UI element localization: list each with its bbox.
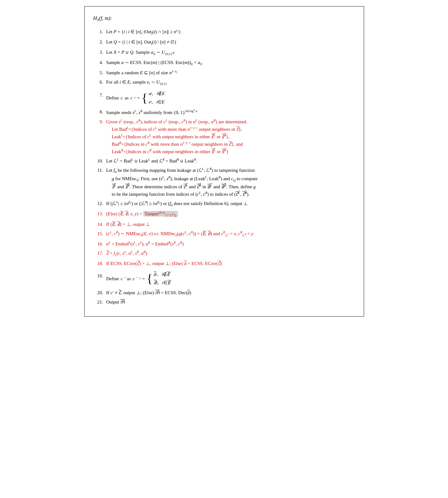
line-2: 2. Let Q = {i | i ∈ [n], Outf(i) \ [n] ≠… (93, 38, 354, 47)
line-num-7: 7. (93, 88, 103, 99)
line-num-6: 6. (93, 78, 103, 86)
line-num-14: 14. (93, 221, 103, 228)
line-21: 21. Output m̃ (93, 298, 354, 306)
line-content-19: Define c′ as c′i = { ãi, i ∉ Ẽ ẽi, i ∈ Ẽ (106, 269, 354, 287)
line-content-14: If (Ẽ, ẽ) = ⊥, output ⊥ (106, 221, 354, 228)
line-content-6: For all i ∈ E, sample ei ∼ U{0,1} (106, 78, 354, 87)
line-content-11: Let f0 be the following mapping from lea… (106, 167, 354, 198)
line-content-12: If (|ℒL| ≥ λnβ1) or (|ℒR| ≥ λnβ2) or (f0… (106, 200, 354, 208)
line-content-5: Sample a random E ⊆ [n] of size n1−ε1 (106, 69, 354, 76)
line-num-20: 20. (93, 289, 103, 296)
line-15: 15. (cL, cR) ∼ NMEnc0(E, e) s.t. NMDec0(… (93, 230, 354, 238)
line-num-21: 21. (93, 298, 103, 306)
line-6: 6. For all i ∈ E, sample ei ∼ U{0,1} (93, 78, 354, 87)
line-9: 9. Given sL (resp., sR), indices of cL (… (93, 118, 354, 155)
line-19: 19. Define c′ as c′i = { ãi, i ∉ Ẽ ẽi, i… (93, 269, 354, 287)
line-num-16: 16. (93, 240, 103, 248)
line-num-17: 17. (93, 249, 103, 257)
line-content-4: Sample a ∼ ECSS. Enc(m) | (ECSS. Enc(m))… (106, 59, 354, 67)
line-20: 20. If c′ ≠ c̃, output ⊥; (Else) m̃ = EC… (93, 289, 354, 296)
line-content-17: c̃ = f1(c, sL, αL, sR, αR) (106, 249, 354, 258)
line-13: 13. (Else) (Ẽ, ẽ, x, y) = Tamper(E,e)ℒL,… (93, 210, 354, 219)
line-4: 4. Sample a ∼ ECSS. Enc(m) | (ECSS. Enc(… (93, 59, 354, 67)
line-content-18: If ECSS. ECorr(c̃) = ⊥, output ⊥; (Else)… (106, 260, 354, 267)
line-16: 16. αL = EmbedL(sL, cL), αR = EmbedR(sR,… (93, 240, 354, 248)
algorithm-container: H3(f, m): 1. Let P = {i | i ∈ [n], |Outf… (84, 6, 364, 317)
line-content-13: (Else) (Ẽ, ẽ, x, y) = Tamper(E,e)ℒL,ℒR,f… (106, 210, 354, 219)
line-content-10: Let ℒL = BadL ∪ LeakL and ℒR = BadR ∪ Le… (106, 157, 354, 165)
line-10: 10. Let ℒL = BadL ∪ LeakL and ℒR = BadR … (93, 157, 354, 165)
line-7: 7. Define c as ci = { ai, i ∉ E ei, i ∈ … (93, 88, 354, 106)
line-num-9: 9. (93, 118, 103, 126)
line-content-21: Output m̃ (106, 298, 354, 306)
line-num-19: 19. (93, 269, 103, 280)
line-content-1: Let P = {i | i ∈ [n], |Outf(i) ∩ [n]| ≥ … (106, 28, 354, 36)
line-18: 18. If ECSS. ECorr(c̃) = ⊥, output ⊥; (E… (93, 260, 354, 267)
line-num-2: 2. (93, 38, 103, 46)
line-8: 8. Sample seeds sL, sR uniformly from {0… (93, 108, 354, 116)
line-content-7: Define c as ci = { ai, i ∉ E ei, i ∈ E (106, 88, 354, 106)
line-num-11: 11. (93, 167, 103, 174)
line-5: 5. Sample a random E ⊆ [n] of size n1−ε1 (93, 69, 354, 76)
line-content-3: Let X = P ∪ Q. Sample aX ∼ U{0,1}|X| (106, 48, 354, 57)
line-num-4: 4. (93, 59, 103, 66)
line-num-18: 18. (93, 260, 103, 267)
line-num-3: 3. (93, 48, 103, 56)
line-14: 14. If (Ẽ, ẽ) = ⊥, output ⊥ (93, 221, 354, 228)
line-content-9: Given sL (resp., sR), indices of cL (res… (106, 118, 354, 155)
line-num-5: 5. (93, 69, 103, 76)
line-num-10: 10. (93, 157, 103, 165)
line-content-2: Let Q = {i | i ∈ [n], Outf(i) \ [n] ≠ ∅} (106, 38, 354, 47)
line-1: 1. Let P = {i | i ∈ [n], |Outf(i) ∩ [n]|… (93, 28, 354, 36)
line-num-1: 1. (93, 28, 103, 35)
line-17: 17. c̃ = f1(c, sL, αL, sR, αR) (93, 249, 354, 258)
line-num-15: 15. (93, 230, 103, 237)
line-11: 11. Let f0 be the following mapping from… (93, 167, 354, 198)
line-3: 3. Let X = P ∪ Q. Sample aX ∼ U{0,1}|X| (93, 48, 354, 57)
algorithm-steps: 1. Let P = {i | i ∈ [n], |Outf(i) ∩ [n]|… (93, 28, 354, 305)
line-content-20: If c′ ≠ c̃, output ⊥; (Else) m̃ = ECSS. … (106, 289, 354, 296)
algorithm-title: H3(f, m): (93, 15, 354, 22)
line-num-13: 13. (93, 210, 103, 217)
line-content-16: αL = EmbedL(sL, cL), αR = EmbedR(sR, cR) (106, 240, 354, 248)
line-num-12: 12. (93, 200, 103, 207)
line-content-8: Sample seeds sL, sR uniformly from {0, 1… (106, 108, 354, 116)
line-12: 12. If (|ℒL| ≥ λnβ1) or (|ℒR| ≥ λnβ2) or… (93, 200, 354, 208)
line-num-8: 8. (93, 108, 103, 116)
line-content-15: (cL, cR) ∼ NMEnc0(E, e) s.t. NMDec0(g(cL… (106, 230, 354, 238)
